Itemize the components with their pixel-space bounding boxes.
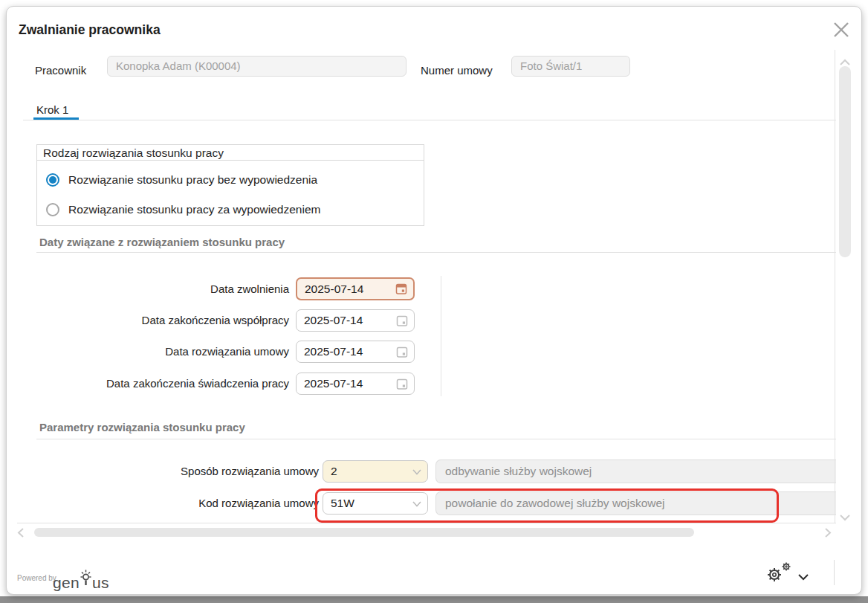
chevron-right-icon[interactable] <box>824 527 832 541</box>
radio-button-checked[interactable] <box>46 173 59 187</box>
chevron-left-icon[interactable] <box>17 527 25 541</box>
kod-rozwiazania-description: powołanie do zawodowej służby wojskowej <box>435 491 836 515</box>
numer-umowy-field: Foto Świat/1 <box>511 56 630 77</box>
sposob-rozwiazania-select[interactable]: 2 <box>323 460 428 483</box>
data-zwolnienia-label: Data zwolnienia <box>36 277 289 300</box>
parametry-section-divider <box>36 439 836 439</box>
data-zakonczenia-wspolpracy-input[interactable]: 2025-07-14 <box>296 309 415 332</box>
content-right-border <box>835 50 835 523</box>
rodzaj-group-box: Rodzaj rozwiązania stosunku pracy Rozwią… <box>36 144 424 226</box>
data-zwolnienia-input[interactable]: 2025-07-14 <box>296 277 415 300</box>
radio-label: Rozwiązanie stosunku pracy za wypowiedze… <box>68 203 320 216</box>
radio-button-unchecked[interactable] <box>46 203 59 216</box>
calendar-icon[interactable] <box>396 346 408 358</box>
select-value: 2 <box>331 465 412 478</box>
powered-by-label: Powered by <box>17 574 56 582</box>
sposob-rozwiazania-description: odbywanie służby wojskowej <box>435 459 836 483</box>
tab-krok-1[interactable]: Krok 1 <box>36 103 68 116</box>
kod-rozwiazania-label: Kod rozwiązania umowy <box>36 492 319 515</box>
daty-section-divider <box>36 252 836 253</box>
legend-divider <box>37 160 424 161</box>
data-zakonczenia-swiadczenia-input[interactable]: 2025-07-14 <box>296 373 415 395</box>
dialog-title: Zwalnianie pracownika <box>19 22 161 38</box>
tab-divider <box>23 120 836 120</box>
date-value: 2025-07-14 <box>304 314 396 327</box>
genius-logo: gen us <box>53 566 109 591</box>
select-value: 51W <box>331 497 412 510</box>
kod-rozwiazania-select[interactable]: 51W <box>323 492 428 515</box>
footer-divider <box>834 560 835 585</box>
horizontal-scrollbar-thumb[interactable] <box>34 528 694 537</box>
calendar-icon[interactable] <box>395 283 407 295</box>
daty-section-title: Daty związane z rozwiązaniem stosunku pr… <box>39 236 285 248</box>
date-value: 2025-07-14 <box>304 377 396 390</box>
calendar-icon[interactable] <box>396 378 408 390</box>
chevron-down-icon <box>412 497 421 510</box>
page-background-strip <box>0 596 868 603</box>
data-rozwiazania-umowy-input[interactable]: 2025-07-14 <box>296 341 415 363</box>
calendar-icon[interactable] <box>396 315 408 327</box>
pracownik-field: Konopka Adam (K00004) <box>107 56 407 77</box>
content-bottom-border <box>17 523 836 523</box>
chevron-down-icon[interactable] <box>797 570 809 578</box>
logo-text-gen: gen <box>53 575 80 591</box>
data-zakonczenia-swiadczenia-label: Data zakończenia świadczenia pracy <box>36 373 289 395</box>
date-value: 2025-07-14 <box>304 345 396 358</box>
zwalnianie-pracownika-dialog: Zwalnianie pracownika Pracownik Konopka … <box>6 6 862 595</box>
rodzaj-group-legend: Rodzaj rozwiązania stosunku pracy <box>43 146 424 160</box>
close-icon[interactable] <box>832 20 851 39</box>
vertical-scrollbar-thumb[interactable] <box>839 66 851 257</box>
pracownik-label: Pracownik <box>35 60 86 81</box>
gears-icon[interactable] <box>765 561 793 587</box>
sposob-rozwiazania-label: Sposób rozwiązania umowy <box>36 460 319 483</box>
radio-row-za-wypowiedzeniem[interactable]: Rozwiązanie stosunku pracy za wypowiedze… <box>46 202 320 217</box>
dates-vertical-divider <box>441 276 441 396</box>
data-zakonczenia-wspolpracy-label: Data zakończenia współpracy <box>36 309 289 332</box>
chevron-down-icon[interactable] <box>839 511 851 524</box>
chevron-down-icon <box>412 465 421 478</box>
bulb-icon <box>80 565 91 591</box>
data-rozwiazania-umowy-label: Data rozwiązania umowy <box>36 341 289 363</box>
logo-text-us: us <box>92 575 109 591</box>
parametry-section-title: Parametry rozwiązania stosunku pracy <box>39 421 245 433</box>
date-value: 2025-07-14 <box>305 283 395 296</box>
radio-row-bez-wypowiedzenia[interactable]: Rozwiązanie stosunku pracy bez wypowiedz… <box>46 172 317 187</box>
radio-label: Rozwiązanie stosunku pracy bez wypowiedz… <box>68 173 317 187</box>
numer-umowy-label: Numer umowy <box>421 60 493 81</box>
